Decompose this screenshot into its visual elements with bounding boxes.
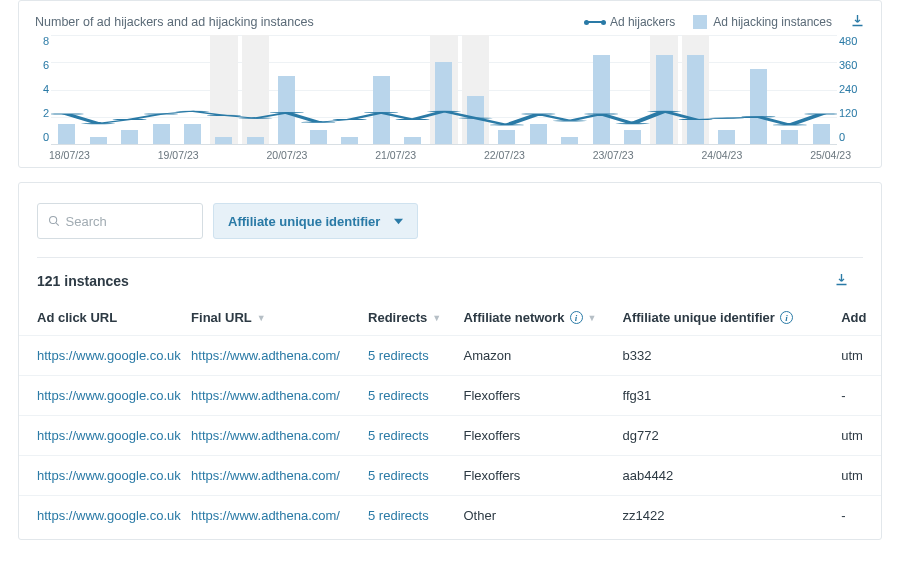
- svg-point-10: [364, 112, 399, 113]
- sort-icon: ▼: [432, 313, 441, 323]
- svg-point-11: [395, 119, 430, 120]
- cell-affiliate-uid: b332: [623, 348, 842, 363]
- cell-final-url[interactable]: https://www.adthena.com/: [191, 348, 368, 363]
- y-axis-left: 86420: [35, 35, 49, 145]
- svg-point-14: [490, 124, 525, 125]
- col-redirects[interactable]: Redirects▼: [368, 310, 463, 325]
- table-card: Affiliate unique identifier 121 instance…: [18, 182, 882, 540]
- chart-body: 86420 4803602401200: [35, 35, 865, 145]
- cell-affiliate-network: Amazon: [463, 348, 622, 363]
- cell-add: utm: [841, 428, 881, 443]
- svg-point-2: [112, 119, 147, 120]
- cell-affiliate-uid: aab4442: [623, 468, 842, 483]
- svg-point-13: [458, 118, 493, 119]
- table-row[interactable]: https://www.google.co.ukhttps://www.adth…: [19, 375, 881, 415]
- svg-point-4: [175, 111, 210, 112]
- svg-point-20: [678, 119, 713, 120]
- col-add[interactable]: Add: [841, 310, 881, 325]
- svg-point-9: [332, 119, 367, 120]
- svg-point-18: [615, 123, 650, 124]
- cell-add: utm: [841, 348, 881, 363]
- chart-legend: Ad hijackers Ad hijacking instances: [586, 15, 832, 29]
- cell-ad-click-url[interactable]: https://www.google.co.uk: [37, 508, 191, 523]
- cell-ad-click-url[interactable]: https://www.google.co.uk: [37, 348, 191, 363]
- svg-point-8: [301, 122, 336, 123]
- cell-ad-click-url[interactable]: https://www.google.co.uk: [37, 388, 191, 403]
- cell-ad-click-url[interactable]: https://www.google.co.uk: [37, 428, 191, 443]
- svg-point-15: [521, 113, 556, 114]
- cell-redirects[interactable]: 5 redirects: [368, 508, 463, 523]
- table-row[interactable]: https://www.google.co.ukhttps://www.adth…: [19, 455, 881, 495]
- cell-redirects[interactable]: 5 redirects: [368, 388, 463, 403]
- cell-affiliate-uid: dg772: [623, 428, 842, 443]
- svg-point-22: [741, 116, 776, 117]
- svg-point-7: [270, 112, 305, 113]
- cell-add: utm: [841, 468, 881, 483]
- cell-affiliate-uid: ffg31: [623, 388, 842, 403]
- svg-point-21: [710, 118, 745, 119]
- svg-point-3: [144, 113, 179, 114]
- svg-point-0: [51, 113, 84, 114]
- cell-ad-click-url[interactable]: https://www.google.co.uk: [37, 468, 191, 483]
- search-input[interactable]: [37, 203, 203, 239]
- legend-bars: Ad hijacking instances: [693, 15, 832, 29]
- cell-affiliate-network: Other: [463, 508, 622, 523]
- cell-redirects[interactable]: 5 redirects: [368, 468, 463, 483]
- legend-line: Ad hijackers: [586, 15, 675, 29]
- sort-icon: ▼: [588, 313, 597, 323]
- filter-dropdown[interactable]: Affiliate unique identifier: [213, 203, 418, 239]
- chart-plot[interactable]: [51, 35, 837, 145]
- cell-affiliate-network: Flexoffers: [463, 388, 622, 403]
- download-icon[interactable]: [834, 272, 849, 290]
- svg-point-19: [647, 111, 682, 112]
- col-affiliate-network[interactable]: Affiliate networki▼: [463, 310, 622, 325]
- cell-final-url[interactable]: https://www.adthena.com/: [191, 428, 368, 443]
- cell-redirects[interactable]: 5 redirects: [368, 428, 463, 443]
- svg-point-23: [773, 124, 808, 125]
- svg-point-5: [207, 115, 242, 116]
- cell-add: -: [841, 388, 881, 403]
- col-affiliate-uid[interactable]: Affiliate unique identifieri: [623, 310, 842, 325]
- table-header: Ad click URL Final URL▼ Redirects▼ Affil…: [19, 300, 881, 335]
- info-icon[interactable]: i: [780, 311, 793, 324]
- chart-card: Number of ad hijackers and ad hijacking …: [18, 0, 882, 168]
- cell-final-url[interactable]: https://www.adthena.com/: [191, 508, 368, 523]
- sort-icon: ▼: [257, 313, 266, 323]
- info-icon[interactable]: i: [570, 311, 583, 324]
- cell-affiliate-network: Flexoffers: [463, 428, 622, 443]
- svg-point-25: [50, 216, 57, 223]
- cell-final-url[interactable]: https://www.adthena.com/: [191, 468, 368, 483]
- svg-point-24: [804, 113, 837, 114]
- cell-add: -: [841, 508, 881, 523]
- chart-title: Number of ad hijackers and ad hijacking …: [35, 15, 586, 29]
- cell-affiliate-network: Flexoffers: [463, 468, 622, 483]
- col-ad-click-url[interactable]: Ad click URL: [37, 310, 191, 325]
- svg-point-1: [81, 123, 116, 124]
- col-final-url[interactable]: Final URL▼: [191, 310, 368, 325]
- instance-count: 121 instances: [37, 273, 129, 289]
- svg-point-12: [427, 111, 462, 112]
- table-row[interactable]: https://www.google.co.ukhttps://www.adth…: [19, 495, 881, 535]
- cell-redirects[interactable]: 5 redirects: [368, 348, 463, 363]
- download-icon[interactable]: [850, 13, 865, 31]
- table-row[interactable]: https://www.google.co.ukhttps://www.adth…: [19, 415, 881, 455]
- table-row[interactable]: https://www.google.co.ukhttps://www.adth…: [19, 335, 881, 375]
- y-axis-right: 4803602401200: [839, 35, 865, 145]
- svg-point-17: [584, 113, 619, 114]
- svg-point-16: [552, 120, 587, 121]
- chevron-down-icon: [394, 217, 403, 226]
- cell-affiliate-uid: zz1422: [623, 508, 842, 523]
- x-axis: 18/07/2319/07/2320/07/2321/07/2322/07/23…: [49, 149, 851, 161]
- svg-point-6: [238, 118, 273, 119]
- cell-final-url[interactable]: https://www.adthena.com/: [191, 388, 368, 403]
